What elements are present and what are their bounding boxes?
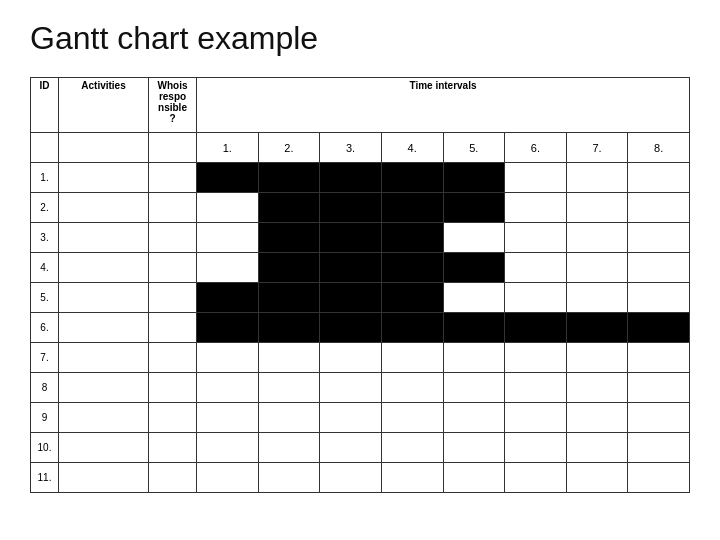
row-activity	[59, 283, 149, 313]
row-id: 7.	[31, 343, 59, 373]
subheader-t6: 6.	[505, 133, 567, 163]
header-time-intervals: Time intervals	[197, 78, 690, 133]
page-title: Gantt chart example	[30, 20, 690, 57]
time-cell	[197, 223, 259, 253]
table-row: 4.	[31, 253, 690, 283]
table-row: 11.	[31, 463, 690, 493]
subheader-t2: 2.	[258, 133, 320, 163]
time-cell	[443, 193, 505, 223]
row-activity	[59, 193, 149, 223]
time-cell	[381, 463, 443, 493]
time-cell	[197, 433, 259, 463]
row-who	[149, 283, 197, 313]
time-cell	[258, 163, 320, 193]
row-who	[149, 193, 197, 223]
time-cell	[628, 163, 690, 193]
table-row: 7.	[31, 343, 690, 373]
time-cell	[381, 343, 443, 373]
time-cell	[258, 313, 320, 343]
time-cell	[197, 373, 259, 403]
time-cell	[443, 223, 505, 253]
page: Gantt chart example ID Activities Whoisr…	[0, 0, 720, 540]
row-activity	[59, 313, 149, 343]
time-cell	[505, 343, 567, 373]
row-id: 9	[31, 403, 59, 433]
time-cell	[628, 433, 690, 463]
time-cell	[628, 283, 690, 313]
time-cell	[443, 283, 505, 313]
time-cell	[566, 223, 628, 253]
time-cell	[320, 313, 382, 343]
time-cell	[505, 463, 567, 493]
time-cell	[628, 463, 690, 493]
time-cell	[197, 193, 259, 223]
row-activity	[59, 373, 149, 403]
time-cell	[381, 193, 443, 223]
time-cell	[505, 373, 567, 403]
subheader-t8: 8.	[628, 133, 690, 163]
time-cell	[320, 163, 382, 193]
row-activity	[59, 223, 149, 253]
subheader-t5: 5.	[443, 133, 505, 163]
row-id: 3.	[31, 223, 59, 253]
time-cell	[320, 403, 382, 433]
time-cell	[258, 283, 320, 313]
row-activity	[59, 403, 149, 433]
time-cell	[320, 433, 382, 463]
row-activity	[59, 343, 149, 373]
row-id: 4.	[31, 253, 59, 283]
row-id: 6.	[31, 313, 59, 343]
time-cell	[566, 253, 628, 283]
time-cell	[505, 283, 567, 313]
time-cell	[628, 223, 690, 253]
time-cell	[443, 163, 505, 193]
subheader-id	[31, 133, 59, 163]
row-who	[149, 433, 197, 463]
time-cell	[197, 343, 259, 373]
time-cell	[320, 343, 382, 373]
time-cell	[258, 343, 320, 373]
time-cell	[197, 313, 259, 343]
row-id: 8	[31, 373, 59, 403]
row-id: 10.	[31, 433, 59, 463]
table-row: 3.	[31, 223, 690, 253]
row-activity	[59, 253, 149, 283]
table-row: 2.	[31, 193, 690, 223]
subheader-activities	[59, 133, 149, 163]
time-cell	[381, 373, 443, 403]
table-row: 5.	[31, 283, 690, 313]
time-cell	[566, 193, 628, 223]
time-cell	[258, 403, 320, 433]
row-who	[149, 253, 197, 283]
time-cell	[197, 283, 259, 313]
row-who	[149, 373, 197, 403]
row-who	[149, 163, 197, 193]
time-cell	[197, 403, 259, 433]
time-cell	[320, 223, 382, 253]
row-id: 5.	[31, 283, 59, 313]
table-row: 9	[31, 403, 690, 433]
time-cell	[505, 253, 567, 283]
time-cell	[320, 253, 382, 283]
subheader-t4: 4.	[381, 133, 443, 163]
time-cell	[443, 253, 505, 283]
time-cell	[566, 163, 628, 193]
time-cell	[566, 403, 628, 433]
time-cell	[320, 373, 382, 403]
time-cell	[628, 313, 690, 343]
row-who	[149, 463, 197, 493]
time-cell	[443, 373, 505, 403]
time-cell	[443, 463, 505, 493]
time-cell	[505, 433, 567, 463]
row-who	[149, 223, 197, 253]
time-cell	[443, 313, 505, 343]
row-who	[149, 343, 197, 373]
time-cell	[505, 163, 567, 193]
subheader-who	[149, 133, 197, 163]
time-cell	[566, 313, 628, 343]
row-activity	[59, 463, 149, 493]
time-cell	[381, 313, 443, 343]
time-cell	[258, 223, 320, 253]
time-cell	[505, 223, 567, 253]
time-cell	[381, 253, 443, 283]
